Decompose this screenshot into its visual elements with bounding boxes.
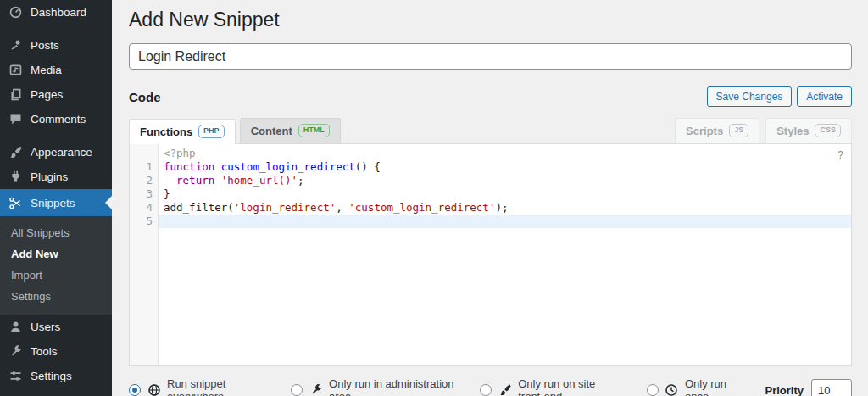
line-number: 1 — [130, 160, 159, 174]
save-changes-button[interactable]: Save Changes — [707, 86, 793, 107]
scope-option-front-end[interactable]: Only run on site front-end — [480, 377, 621, 396]
wrench-icon — [8, 344, 23, 360]
brush-icon — [498, 383, 512, 396]
sidebar-item-plugins[interactable]: Plugins — [0, 165, 112, 189]
js-badge: JS — [729, 124, 748, 137]
sidebar-item-tools[interactable]: Tools — [0, 339, 112, 364]
submenu-item-add-new[interactable]: Add New — [0, 243, 112, 265]
wrench-icon — [309, 383, 323, 396]
radio-selected[interactable] — [129, 384, 141, 396]
php-badge: PHP — [198, 125, 225, 138]
code-line: 4 add_filter('login_redirect', 'custom_l… — [130, 201, 851, 215]
priority-control: Priority — [765, 379, 852, 396]
tab-label: Scripts — [686, 125, 723, 137]
sidebar-item-dashboard[interactable]: Dashboard — [0, 0, 112, 25]
sidebar-item-users[interactable]: Users — [0, 315, 112, 339]
sidebar-item-label: Appearance — [31, 146, 92, 159]
radio-unselected[interactable] — [647, 384, 659, 396]
sidebar-item-posts[interactable]: Posts — [0, 33, 112, 58]
sidebar-item-label: Dashboard — [31, 6, 86, 19]
code-meta-line: <?php — [130, 147, 851, 160]
sidebar-item-media[interactable]: Media — [0, 58, 112, 82]
sidebar-item-appearance[interactable]: Appearance — [0, 140, 112, 165]
paintbrush-icon — [8, 145, 23, 160]
radio-unselected[interactable] — [480, 384, 492, 396]
sidebar-separator — [0, 131, 112, 140]
tab-content[interactable]: Content HTML — [240, 118, 341, 143]
plugin-icon — [8, 170, 23, 185]
code-line-active: 5 — [130, 215, 851, 228]
sidebar-item-label: Snippets — [31, 197, 75, 209]
scope-option-run-once[interactable]: Only run once — [647, 377, 740, 396]
scope-option-label: Run snippet everywhere — [167, 377, 265, 396]
media-icon — [8, 63, 23, 78]
snippet-scope-options: Run snippet everywhere Only run in admin… — [129, 377, 852, 396]
sidebar-item-settings[interactable]: Settings — [0, 364, 112, 388]
dashboard-icon — [8, 5, 23, 20]
tab-label: Content — [251, 125, 292, 137]
code-line: 2 return 'home_url()'; — [130, 174, 851, 187]
sidebar-item-comments[interactable]: Comments — [0, 107, 112, 131]
sidebar-item-label: Settings — [31, 370, 72, 382]
line-number: 2 — [130, 174, 159, 187]
clock-icon — [665, 383, 679, 396]
scope-option-label: Only run in administration area — [329, 377, 454, 396]
sidebar-item-label: Pages — [31, 88, 63, 101]
sidebar-item-label: Users — [31, 321, 60, 333]
line-number: 5 — [130, 215, 159, 228]
sidebar-item-pages[interactable]: Pages — [0, 82, 112, 107]
pages-icon — [8, 87, 23, 103]
activate-button[interactable]: Activate — [797, 86, 852, 107]
tab-scripts: Scripts JS — [675, 118, 760, 143]
snippets-submenu: All Snippets Add New Import Settings — [0, 216, 112, 315]
radio-unselected[interactable] — [291, 384, 303, 396]
submenu-item-import[interactable]: Import — [0, 265, 112, 286]
page-title: Add New Snippet — [129, 8, 852, 31]
sidebar-item-label: Posts — [31, 39, 59, 52]
editor-help-icon[interactable]: ? — [837, 148, 843, 162]
globe-icon — [147, 383, 161, 396]
pushpin-icon — [8, 38, 23, 53]
sidebar-item-label: Plugins — [31, 170, 68, 183]
code-section-header: Code Save Changes Activate — [129, 86, 852, 107]
code-heading: Code — [129, 90, 161, 104]
scope-option-label: Only run on site front-end — [518, 377, 621, 396]
priority-label: Priority — [765, 384, 804, 396]
sidebar-item-snippets[interactable]: Snippets — [0, 189, 112, 216]
priority-input[interactable] — [811, 379, 852, 396]
sidebar-item-label: Tools — [31, 345, 58, 358]
wp-admin-screen: Dashboard Posts Media Pages Commen — [0, 0, 868, 396]
sidebar-item-label: Media — [31, 64, 62, 76]
snippet-title-input[interactable] — [129, 43, 852, 70]
action-buttons: Save Changes Activate — [707, 86, 852, 107]
code-editor[interactable]: ? <?php 1 function custom_login_redirect… — [129, 143, 852, 366]
scissors-icon — [8, 195, 23, 210]
scope-option-label: Only run once — [685, 377, 740, 396]
tab-styles: Styles CSS — [765, 118, 852, 143]
line-number: 3 — [130, 187, 159, 201]
scope-option-admin-area[interactable]: Only run in administration area — [291, 377, 454, 396]
sidebar-separator — [0, 25, 112, 33]
code-line: 3 } — [130, 187, 851, 201]
html-badge: HTML — [298, 124, 330, 137]
sliders-icon — [8, 369, 23, 384]
line-number: 4 — [130, 201, 159, 215]
user-icon — [8, 320, 23, 335]
main-content: Add New Snippet Code Save Changes Activa… — [112, 0, 868, 396]
tab-functions[interactable]: Functions PHP — [129, 119, 236, 144]
scope-option-everywhere[interactable]: Run snippet everywhere — [129, 377, 265, 396]
tab-label: Functions — [140, 125, 192, 138]
sidebar-item-label: Comments — [31, 113, 86, 125]
submenu-item-all-snippets[interactable]: All Snippets — [0, 222, 112, 243]
admin-sidebar: Dashboard Posts Media Pages Commen — [0, 0, 112, 396]
tab-label: Styles — [776, 125, 809, 137]
code-type-tabs: Functions PHP Content HTML Scripts JS St… — [129, 118, 852, 143]
code-line: 1 function custom_login_redirect() { — [130, 160, 851, 174]
comments-icon — [8, 112, 23, 127]
submenu-item-settings[interactable]: Settings — [0, 286, 112, 307]
css-badge: CSS — [815, 124, 841, 137]
